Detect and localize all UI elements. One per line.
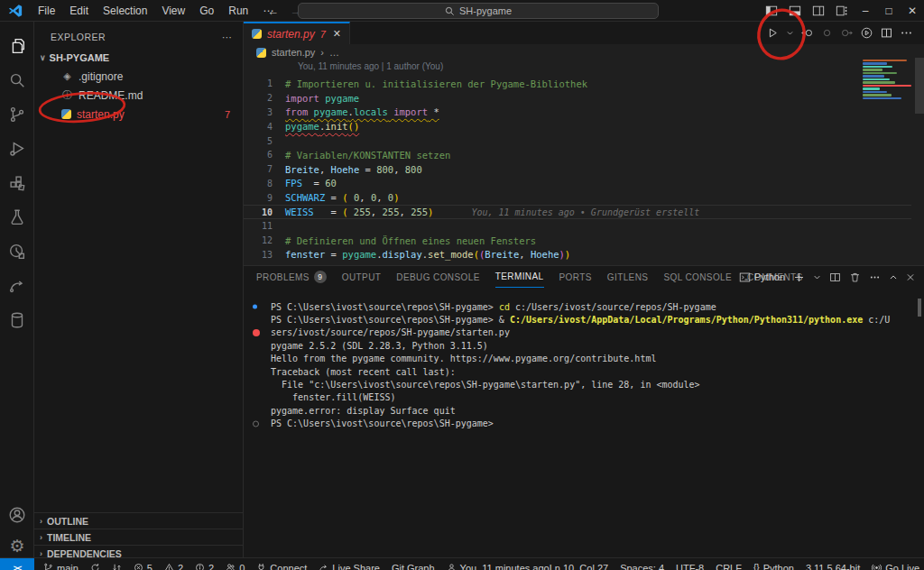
code-content[interactable]: 1# Importieren u. initialisieren der Pyg… [244, 77, 911, 262]
status-item-0[interactable]: 0 [226, 563, 245, 570]
previous-change-button[interactable] [800, 26, 814, 40]
code-line[interactable]: 2import pygame [244, 91, 911, 106]
code-line[interactable]: 9SCHWARZ = ( 0, 0, 0) [244, 190, 911, 205]
panel-tab-terminal[interactable]: TERMINAL [495, 266, 544, 288]
code-line[interactable]: 3from pygame.locals import * [244, 106, 911, 120]
command-decoration-cmd[interactable] [253, 305, 257, 309]
command-decoration-err[interactable] [253, 329, 260, 336]
close-panel-icon[interactable] [906, 271, 915, 283]
database-icon[interactable] [0, 305, 34, 336]
status-item-you-11-minutes-ago[interactable]: You, 11 minutes ago [447, 563, 550, 570]
code-inspect-icon[interactable] [0, 236, 34, 267]
code-line[interactable]: 12# Definieren und Öffnen eines neuen Fe… [244, 234, 911, 248]
split-terminal-button[interactable] [829, 271, 841, 283]
back-arrow-icon[interactable]: ← [267, 5, 279, 18]
section-timeline[interactable]: ›TIMELINE [34, 529, 243, 545]
minimize-button[interactable]: – [854, 0, 877, 22]
maximize-panel-chevron-icon[interactable] [889, 271, 898, 283]
status-item-live-share[interactable]: Live Share [319, 563, 380, 570]
status-item-git-graph[interactable]: Git Graph [392, 563, 435, 570]
settings-gear-icon[interactable]: ⚙ [0, 530, 34, 561]
status-item-sync-icon[interactable] [90, 563, 100, 570]
editor-scrollbar[interactable] [915, 58, 924, 114]
code-line[interactable]: 13fenster = pygame.display.set_mode((Bre… [244, 248, 911, 262]
section-outline[interactable]: ›OUTLINE [34, 512, 243, 529]
toggle-sidebar-icon[interactable] [760, 0, 783, 22]
editor-more-actions-icon[interactable] [900, 26, 913, 40]
status-item-spaces-4[interactable]: Spaces: 4 [620, 563, 664, 570]
explorer-more-actions-icon[interactable]: ⋯ [222, 32, 232, 42]
workspace-folder[interactable]: ∨ SH-PYGAME [34, 49, 243, 67]
panel-more-actions-icon[interactable] [869, 271, 881, 283]
terminal-output[interactable]: PS C:\Users\ivost\source\repos\SH-pygame… [244, 300, 911, 430]
status-item-5[interactable]: 5 [134, 563, 152, 570]
run-and-debug-icon[interactable] [0, 133, 34, 164]
run-python-file-button[interactable] [766, 26, 780, 40]
status-item-crlf[interactable]: CRLF [716, 563, 742, 570]
search-icon[interactable] [0, 65, 34, 96]
kill-terminal-trash-icon[interactable] [849, 271, 861, 283]
live-share-icon[interactable] [0, 271, 34, 301]
run-dropdown-chevron-icon[interactable] [786, 26, 794, 40]
tab-starten-py[interactable]: starten.py 7 ✕ [244, 22, 350, 44]
panel-tab-output[interactable]: OUTPUT [342, 266, 382, 288]
customize-layout-icon[interactable] [830, 0, 854, 22]
status-item-connect[interactable]: Connect [256, 563, 307, 570]
status-item-ln-10-col-27[interactable]: Ln 10, Col 27 [550, 563, 608, 570]
file-README.md[interactable]: README.md [34, 86, 243, 105]
remote-indicator[interactable]: >< [0, 558, 34, 570]
minimap[interactable] [863, 60, 911, 105]
status-item-utf-8[interactable]: UTF-8 [676, 563, 704, 570]
status-item-compare-icon[interactable] [112, 563, 122, 570]
status-item-main[interactable]: main [43, 563, 79, 570]
menu-view[interactable]: View [154, 0, 192, 22]
split-editor-button[interactable] [880, 26, 893, 40]
command-center-search[interactable]: SH-pygame [298, 3, 659, 19]
panel-tab-sql-console[interactable]: SQL CONSOLE [663, 266, 732, 288]
close-button[interactable]: ✕ [901, 0, 924, 22]
terminal-dropdown-chevron-icon[interactable] [813, 271, 821, 283]
maximize-button[interactable]: □ [877, 0, 901, 22]
panel-tab-debug-console[interactable]: DEBUG CONSOLE [396, 266, 479, 288]
panel-tab-gitlens[interactable]: GITLENS [607, 266, 649, 288]
new-terminal-button[interactable] [793, 271, 805, 283]
command-decoration-prompt[interactable] [253, 420, 259, 427]
status-item-2[interactable]: 2 [195, 563, 214, 570]
menu-go[interactable]: Go [192, 0, 221, 22]
code-line[interactable]: 5 [244, 133, 911, 148]
status-item-python[interactable]: {}Python [753, 563, 794, 570]
terminal-instance-python[interactable]: Python [739, 271, 785, 283]
gitlens-authors-lens[interactable]: You, 11 minutes ago | 1 author (You) [298, 61, 443, 76]
run-or-debug-button[interactable] [860, 26, 873, 40]
menu-selection[interactable]: Selection [96, 0, 154, 22]
panel-tab-ports[interactable]: PORTS [559, 266, 592, 288]
menu-edit[interactable]: Edit [62, 0, 96, 22]
breadcrumb[interactable]: starten.py › … [256, 44, 339, 60]
terminal-scrollbar[interactable] [918, 299, 921, 317]
code-line[interactable]: 6# Variablen/KONSTANTEN setzen [244, 148, 911, 162]
file-starten.py[interactable]: starten.py7 [34, 105, 243, 124]
panel-tab-problems[interactable]: PROBLEMS9 [256, 266, 327, 288]
status-item-2[interactable]: 2 [164, 563, 183, 570]
code-line[interactable]: 4pygame.init() [244, 119, 911, 133]
menu-file[interactable]: File [31, 0, 62, 22]
next-change-button[interactable] [840, 26, 854, 40]
toggle-secondary-sidebar-icon[interactable] [807, 0, 830, 22]
code-line[interactable]: 1# Importieren u. initialisieren der Pyg… [244, 77, 911, 91]
testing-icon[interactable] [0, 202, 34, 233]
file-.gitignore[interactable]: .gitignore [34, 67, 243, 86]
toggle-panel-icon[interactable] [783, 0, 807, 22]
open-change-icon[interactable] [820, 26, 834, 40]
code-line[interactable]: 11 [244, 219, 911, 234]
explorer-icon[interactable] [0, 31, 34, 61]
tab-close-icon[interactable]: ✕ [333, 28, 341, 40]
code-line[interactable]: 10WEISS = ( 255, 255, 255)You, 11 minute… [244, 205, 911, 219]
code-line[interactable]: 7Breite, Hoehe = 800, 800 [244, 162, 911, 177]
menu-run[interactable]: Run [221, 0, 255, 22]
extensions-icon[interactable] [0, 168, 34, 198]
account-icon[interactable] [0, 500, 34, 530]
status-item-go-live[interactable]: Go Live [872, 563, 919, 570]
code-line[interactable]: 8FPS = 60 [244, 177, 911, 191]
status-item-3-11-5-64-bit[interactable]: 3.11.5 64-bit [806, 563, 860, 570]
source-control-icon[interactable] [0, 99, 34, 130]
